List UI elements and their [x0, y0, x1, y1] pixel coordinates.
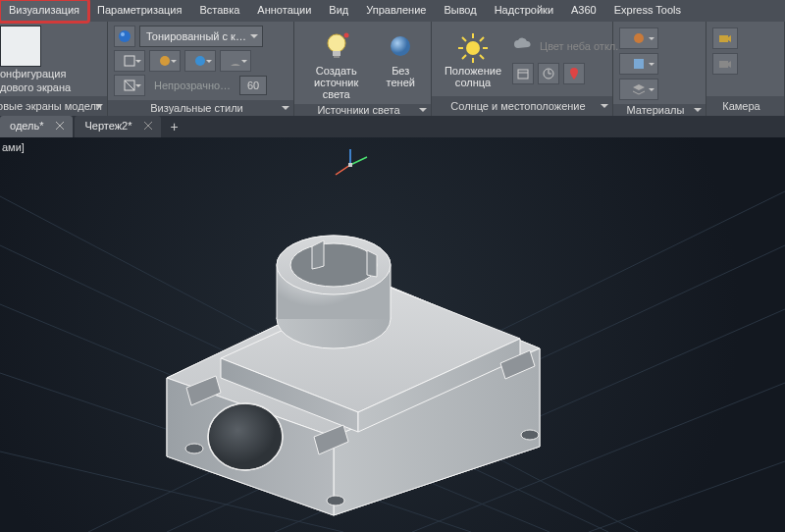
sun-date-button[interactable]: [512, 63, 534, 84]
material-mapping-button[interactable]: [619, 53, 658, 75]
menu-manage[interactable]: Управление: [357, 0, 435, 22]
doc-tab-drawing2[interactable]: Чертеж2*: [75, 116, 161, 137]
svg-point-3: [160, 56, 170, 66]
opacity-value[interactable]: 60: [239, 76, 267, 95]
svg-point-10: [343, 33, 348, 38]
edge-style-button[interactable]: [114, 50, 145, 72]
svg-rect-21: [518, 70, 528, 79]
svg-point-0: [119, 30, 131, 42]
sun-time-button[interactable]: [538, 63, 559, 84]
panel-camera: Камера: [706, 22, 785, 116]
svg-point-7: [328, 34, 345, 52]
svg-line-17: [462, 37, 466, 41]
svg-point-59: [327, 496, 344, 505]
svg-point-1: [121, 32, 125, 36]
xray-button[interactable]: [114, 75, 145, 96]
svg-line-20: [462, 55, 466, 59]
doc-tab-model[interactable]: одель*: [0, 116, 73, 137]
menu-visualize[interactable]: Визуализация: [0, 0, 88, 22]
face-color-button[interactable]: [184, 50, 216, 72]
shadows-toggle-button[interactable]: [220, 50, 251, 72]
panel-lights: Создать источник света Без теней Источни…: [294, 22, 432, 116]
create-light-button[interactable]: Создать источник света: [300, 29, 372, 100]
menu-insert[interactable]: Вставка: [190, 0, 248, 22]
menu-parametrize[interactable]: Параметризация: [88, 0, 190, 22]
menu-addins[interactable]: Надстройки: [486, 0, 562, 22]
viewport-3d[interactable]: ами]: [0, 137, 785, 532]
no-shadows-button[interactable]: Без теней: [376, 29, 425, 88]
svg-rect-8: [333, 51, 340, 56]
svg-point-12: [466, 41, 480, 55]
panel-title-materials[interactable]: Материалы: [613, 104, 706, 116]
panel-sun: Положение солнца Цвет неба откл.: [432, 22, 613, 116]
svg-line-46: [336, 165, 350, 175]
document-tabs: одель* Чертеж2* +: [0, 116, 785, 137]
panel-title-sun[interactable]: Солнце и местоположение: [432, 96, 612, 116]
close-icon[interactable]: [55, 121, 67, 133]
sun-position-button[interactable]: Положение солнца: [438, 29, 508, 88]
svg-point-58: [185, 444, 203, 453]
menu-output[interactable]: Вывод: [435, 0, 485, 22]
svg-rect-27: [634, 59, 644, 69]
menu-annotations[interactable]: Аннотации: [248, 0, 320, 22]
visual-style-swatch[interactable]: [114, 26, 135, 47]
view-config-label-1: онфигурация: [0, 68, 66, 80]
svg-line-43: [589, 461, 785, 532]
panel-title-views[interactable]: овые экраны модели: [0, 96, 107, 116]
panel-title-camera[interactable]: Камера: [706, 96, 784, 116]
menu-bar: Визуализация Параметризация Вставка Анно…: [0, 0, 785, 22]
view-thumbnail[interactable]: [0, 26, 41, 67]
panel-materials: Материалы: [613, 22, 706, 116]
svg-point-26: [634, 33, 644, 43]
svg-point-63: [290, 243, 377, 287]
svg-rect-9: [334, 56, 340, 58]
ucs-icon: [334, 147, 373, 177]
svg-rect-2: [125, 56, 134, 66]
location-button[interactable]: [563, 63, 585, 84]
model-3d: [128, 191, 579, 525]
panel-visual-styles: Тонированный с к… Н: [108, 22, 294, 116]
opacity-label: Непрозрачно…: [149, 75, 236, 96]
attach-by-layer-button[interactable]: [619, 79, 658, 100]
face-style-button[interactable]: [149, 50, 181, 72]
cloud-icon: [512, 36, 534, 56]
visual-style-combo[interactable]: Тонированный с к…: [139, 26, 263, 47]
sphere-icon: [384, 31, 417, 65]
close-icon[interactable]: [143, 121, 155, 133]
svg-point-4: [195, 56, 205, 66]
sun-icon: [456, 31, 490, 65]
show-camera-button[interactable]: [712, 53, 738, 75]
sky-off-button[interactable]: Цвет неба откл.: [512, 31, 606, 59]
panel-title-visual-styles[interactable]: Визуальные стили: [108, 100, 293, 116]
add-tab-button[interactable]: +: [163, 116, 184, 137]
viewport-label: ами]: [2, 141, 25, 153]
menu-a360[interactable]: A360: [562, 0, 605, 22]
view-config-label-2: дового экрана: [0, 81, 71, 94]
svg-rect-28: [719, 35, 728, 42]
svg-point-11: [391, 36, 410, 56]
svg-rect-47: [348, 163, 352, 167]
svg-line-19: [480, 37, 484, 41]
svg-line-6: [125, 80, 134, 90]
svg-line-18: [480, 55, 484, 59]
panel-title-lights[interactable]: Источники света: [294, 104, 431, 116]
lightbulb-icon: [320, 31, 353, 65]
ribbon: онфигурация дового экрана овые экраны мо…: [0, 22, 785, 116]
panel-view-config: онфигурация дового экрана овые экраны мо…: [0, 22, 108, 116]
materials-browser-button[interactable]: [619, 27, 658, 49]
svg-rect-29: [719, 61, 728, 68]
create-camera-button[interactable]: [712, 27, 738, 49]
menu-express-tools[interactable]: Express Tools: [605, 0, 690, 22]
svg-point-60: [521, 430, 539, 440]
menu-view[interactable]: Вид: [320, 0, 357, 22]
svg-line-45: [350, 157, 367, 165]
